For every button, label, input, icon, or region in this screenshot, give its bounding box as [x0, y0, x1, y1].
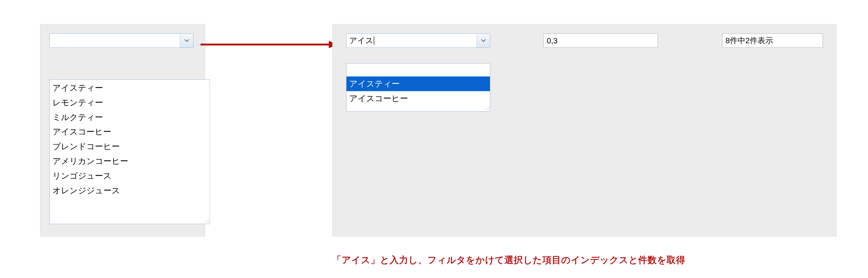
text-caret-icon [374, 36, 374, 45]
combobox-after-dropdown-button[interactable] [476, 34, 490, 48]
svg-point-9 [487, 108, 488, 109]
list-item[interactable]: アイスティー [50, 81, 210, 95]
svg-point-2 [208, 221, 209, 221]
before-panel: アイスティー レモンティー ミルクティー アイスコーヒー ブレンドコーヒー アメ… [40, 24, 205, 237]
listbox-before[interactable]: アイスティー レモンティー ミルクティー アイスコーヒー ブレンドコーヒー アメ… [50, 79, 210, 224]
arrow-icon [200, 40, 338, 49]
combobox-before-input[interactable] [50, 34, 180, 48]
resize-grip-icon[interactable] [484, 105, 490, 111]
list-item[interactable]: リンゴジュース [50, 168, 210, 183]
combobox-before[interactable] [50, 33, 193, 48]
svg-point-13 [488, 110, 489, 110]
svg-point-11 [486, 110, 486, 110]
svg-point-4 [207, 222, 207, 223]
list-item[interactable]: ブレンドコーヒー [50, 139, 210, 154]
svg-point-3 [205, 222, 206, 223]
list-item[interactable]: ミルクティー [50, 110, 210, 124]
combobox-after[interactable]: アイス [346, 33, 490, 48]
svg-point-10 [488, 108, 489, 109]
svg-point-1 [207, 221, 207, 221]
list-item[interactable]: アイスコーヒー [50, 124, 210, 139]
chevron-down-icon [184, 39, 189, 42]
list-item[interactable]: アメリカンコーヒー [50, 154, 210, 168]
svg-point-12 [487, 110, 488, 110]
svg-point-0 [208, 219, 209, 220]
resize-grip-icon[interactable] [203, 217, 209, 223]
list-item[interactable]: アイスコーヒー [346, 91, 490, 106]
list-item-empty[interactable] [346, 63, 490, 77]
svg-point-5 [208, 222, 209, 223]
status-output[interactable] [722, 33, 823, 48]
caption-text: 「アイス」と入力し、フィルタをかけて選択した項目のインデックスと件数を取得 [332, 254, 685, 266]
after-panel: アイス アイスティー アイスコーヒー [332, 24, 836, 237]
list-item-selected[interactable]: アイスティー [346, 77, 490, 91]
listbox-after[interactable]: アイスティー アイスコーヒー [346, 63, 490, 112]
list-item[interactable]: レモンティー [50, 95, 210, 110]
list-item[interactable]: オレンジジュース [50, 183, 210, 198]
combobox-before-dropdown-button[interactable] [180, 34, 193, 48]
combobox-after-value: アイス [349, 35, 373, 46]
combobox-after-input[interactable]: アイス [346, 34, 476, 48]
index-output[interactable] [543, 33, 658, 48]
svg-point-8 [488, 107, 489, 107]
chevron-down-icon [481, 39, 486, 42]
